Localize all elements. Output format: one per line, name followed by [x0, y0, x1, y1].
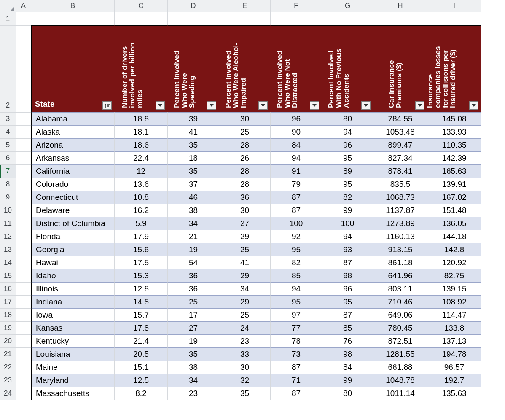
- cell-blank-A[interactable]: [16, 138, 31, 151]
- cell-D[interactable]: 41: [168, 125, 219, 138]
- filter-dropdown-icon[interactable]: [207, 101, 216, 110]
- cell-E[interactable]: 28: [219, 138, 271, 151]
- cell-H[interactable]: 1068.73: [373, 191, 427, 204]
- cell-C[interactable]: 16.2: [115, 204, 168, 217]
- cell-I[interactable]: 151.48: [427, 204, 481, 217]
- cell-E[interactable]: 23: [219, 334, 271, 347]
- cell-blank-A[interactable]: [16, 151, 31, 164]
- cell-1-A[interactable]: [16, 12, 31, 25]
- cell-H[interactable]: 872.51: [373, 334, 427, 347]
- table-header-C[interactable]: Number of drivers involved per billion m…: [115, 25, 168, 112]
- cell-G[interactable]: 94: [322, 125, 373, 138]
- cell-D[interactable]: 27: [168, 321, 219, 334]
- filter-dropdown-icon[interactable]: [361, 101, 371, 110]
- row-header-3[interactable]: 3: [0, 112, 16, 125]
- cell-H[interactable]: 861.18: [373, 256, 427, 269]
- cell-D[interactable]: 34: [168, 217, 219, 230]
- cell-G[interactable]: 100: [322, 217, 373, 230]
- row-header-22[interactable]: 22: [0, 361, 16, 374]
- row-header-4[interactable]: 4: [0, 125, 16, 138]
- row-header-5[interactable]: 5: [0, 138, 16, 151]
- cell-C[interactable]: 15.1: [115, 361, 168, 374]
- cell-1-B[interactable]: [31, 12, 115, 25]
- row-header-10[interactable]: 10: [0, 204, 16, 217]
- cell-state[interactable]: Arizona: [31, 138, 115, 151]
- cell-H[interactable]: 1053.48: [373, 125, 427, 138]
- cell-E[interactable]: 24: [219, 321, 271, 334]
- filter-dropdown-icon[interactable]: [258, 101, 268, 110]
- cell-blank-A[interactable]: [16, 112, 31, 125]
- cell-D[interactable]: 36: [168, 269, 219, 282]
- filter-dropdown-icon[interactable]: [156, 101, 165, 110]
- cell-G[interactable]: 87: [322, 256, 373, 269]
- cell-E[interactable]: 27: [219, 217, 271, 230]
- cell-D[interactable]: 36: [168, 282, 219, 295]
- cell-F[interactable]: 87: [271, 387, 322, 400]
- table-header-B[interactable]: State: [31, 25, 115, 112]
- cell-state[interactable]: California: [31, 164, 115, 178]
- cell-F[interactable]: 100: [271, 217, 322, 230]
- cell-D[interactable]: 38: [168, 361, 219, 374]
- cell-H[interactable]: 878.41: [373, 164, 427, 178]
- table-header-E[interactable]: Percent Involved Who Were Alcohol- Impai…: [219, 25, 271, 112]
- cell-1-I[interactable]: [427, 12, 481, 25]
- row-header-20[interactable]: 20: [0, 334, 16, 347]
- row-header-21[interactable]: 21: [0, 347, 16, 361]
- cell-I[interactable]: 96.57: [427, 361, 481, 374]
- cell-blank-A[interactable]: [16, 347, 31, 361]
- cell-E[interactable]: 29: [219, 230, 271, 243]
- cell-D[interactable]: 35: [168, 138, 219, 151]
- cell-F[interactable]: 87: [271, 361, 322, 374]
- col-header-A[interactable]: A: [16, 0, 31, 12]
- table-header-F[interactable]: Percent Involved Who Were Not Distracted: [271, 25, 322, 112]
- cell-F[interactable]: 82: [271, 256, 322, 269]
- cell-blank-A[interactable]: [16, 282, 31, 295]
- cell-E[interactable]: 30: [219, 112, 271, 125]
- filter-dropdown-icon[interactable]: [310, 101, 319, 110]
- cell-I[interactable]: 137.13: [427, 334, 481, 347]
- cell-I[interactable]: 192.7: [427, 374, 481, 387]
- cell-I[interactable]: 136.05: [427, 217, 481, 230]
- row-header-12[interactable]: 12: [0, 230, 16, 243]
- row-header-6[interactable]: 6: [0, 151, 16, 164]
- cell-blank-A[interactable]: [16, 191, 31, 204]
- cell-I[interactable]: 108.92: [427, 295, 481, 308]
- cell-G[interactable]: 98: [322, 347, 373, 361]
- cell-G[interactable]: 96: [322, 282, 373, 295]
- cell-G[interactable]: 94: [322, 230, 373, 243]
- table-header-I[interactable]: Insurance companies losses for collision…: [427, 25, 481, 112]
- cell-blank-A[interactable]: [16, 361, 31, 374]
- cell-F[interactable]: 85: [271, 269, 322, 282]
- cell-1-D[interactable]: [168, 12, 219, 25]
- col-header-H[interactable]: H: [373, 0, 427, 12]
- cell-blank-A[interactable]: [16, 387, 31, 400]
- cell-D[interactable]: 35: [168, 347, 219, 361]
- row-header-9[interactable]: 9: [0, 191, 16, 204]
- table-header-D[interactable]: Percent Involved Who Were Speeding: [168, 25, 219, 112]
- cell-G[interactable]: 93: [322, 243, 373, 256]
- cell-state[interactable]: Kansas: [31, 321, 115, 334]
- cell-D[interactable]: 35: [168, 164, 219, 178]
- cell-F[interactable]: 79: [271, 178, 322, 191]
- cell-G[interactable]: 76: [322, 334, 373, 347]
- cell-E[interactable]: 35: [219, 387, 271, 400]
- cell-D[interactable]: 19: [168, 334, 219, 347]
- cell-C[interactable]: 10.8: [115, 191, 168, 204]
- cell-G[interactable]: 96: [322, 138, 373, 151]
- cell-G[interactable]: 84: [322, 361, 373, 374]
- cell-I[interactable]: 133.8: [427, 321, 481, 334]
- cell-blank-A[interactable]: [16, 164, 31, 178]
- cell-D[interactable]: 46: [168, 191, 219, 204]
- cell-F[interactable]: 73: [271, 347, 322, 361]
- row-header-16[interactable]: 16: [0, 282, 16, 295]
- cell-blank-A[interactable]: [16, 230, 31, 243]
- cell-G[interactable]: 98: [322, 269, 373, 282]
- cell-I[interactable]: 165.63: [427, 164, 481, 178]
- cell-blank-A[interactable]: [16, 256, 31, 269]
- cell-H[interactable]: 803.11: [373, 282, 427, 295]
- cell-I[interactable]: 133.93: [427, 125, 481, 138]
- cell-H[interactable]: 1273.89: [373, 217, 427, 230]
- cell-state[interactable]: Massachusetts: [31, 387, 115, 400]
- row-header-19[interactable]: 19: [0, 321, 16, 334]
- cell-blank-A[interactable]: [16, 243, 31, 256]
